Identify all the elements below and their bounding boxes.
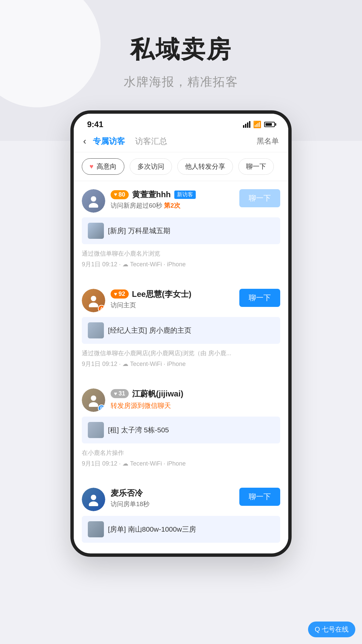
filter-multiple-visits[interactable]: 多次访问 bbox=[130, 158, 172, 175]
nav-tabs: 专属访客 访客汇总 bbox=[93, 136, 257, 147]
visit-meta: 在小鹿名片操作 9月1日 09:12 · ☁ Tecent-WiFi · iPh… bbox=[82, 447, 280, 469]
avatar bbox=[82, 189, 105, 213]
tab-summary[interactable]: 访客汇总 bbox=[135, 136, 167, 147]
tab-exclusive[interactable]: 专属访客 bbox=[93, 136, 125, 147]
nav-bar: ‹ 专属访客 访客汇总 黑名单 bbox=[74, 129, 288, 152]
wifi-icon: 📶 bbox=[253, 120, 261, 128]
property-card[interactable]: [租] 太子湾 5栋-505 bbox=[82, 417, 280, 443]
watermark: Q 七号在线 bbox=[308, 622, 355, 637]
property-thumbnail bbox=[88, 322, 104, 338]
avatar-badge-a: A bbox=[98, 305, 105, 312]
battery-icon bbox=[264, 122, 275, 127]
tab-blacklist[interactable]: 黑名单 bbox=[257, 136, 279, 146]
score-badge: ♥ 80 bbox=[111, 190, 129, 199]
visit-meta: 通过微信单聊在小鹿网店(房小鹿网店)浏览（由 房小鹿... 9月1日 09:12… bbox=[82, 348, 280, 370]
property-name: [新房] 万科星城五期 bbox=[108, 226, 170, 235]
visitor-name: 麦乐否冷 bbox=[111, 488, 143, 498]
chat-button[interactable]: 聊一下 bbox=[239, 488, 280, 506]
phone-frame: 9:41 📶 ‹ 专属访客 访客汇总 黑名单 bbox=[70, 110, 292, 557]
status-icons: 📶 bbox=[243, 120, 275, 128]
svg-point-7 bbox=[89, 501, 98, 506]
visitor-status: 访问新房超过60秒 第2次 bbox=[111, 201, 234, 210]
score-badge: ♥ 31 bbox=[111, 389, 129, 398]
visitor-info: ♥ 80 黄萱萱hhh 新访客 访问新房超过60秒 第2次 bbox=[111, 189, 234, 210]
visitor-list: ♥ 80 黄萱萱hhh 新访客 访问新房超过60秒 第2次 聊一下 bbox=[74, 181, 288, 549]
visit-meta: 通过微信单聊在小鹿名片浏览 9月1日 09:12 · ☁ Tecent-WiFi… bbox=[82, 248, 280, 270]
visitor-name-row: ♥ 80 黄萱萱hhh 新访客 bbox=[111, 189, 234, 200]
svg-point-3 bbox=[89, 303, 98, 307]
score-badge: ♥ 92 bbox=[111, 289, 129, 299]
visitor-card: B ♥ 31 江蔚帆(jijiwai) 转发房源到微信聊天 bbox=[74, 380, 288, 476]
visitor-name: 江蔚帆(jijiwai) bbox=[132, 388, 183, 399]
hero-section: 私域卖房 水牌海报，精准拓客 bbox=[0, 0, 362, 110]
svg-point-1 bbox=[89, 203, 98, 208]
property-name: [租] 太子湾 5栋-505 bbox=[108, 425, 169, 435]
visitor-name: 黄萱萱hhh bbox=[132, 189, 171, 200]
phone-wrapper: 9:41 📶 ‹ 专属访客 访客汇总 黑名单 bbox=[0, 110, 362, 557]
back-button[interactable]: ‹ bbox=[83, 136, 86, 147]
chat-button[interactable]: 聊一下 bbox=[239, 289, 280, 307]
visitor-name-row: ♥ 92 Lee思慧(李女士) bbox=[111, 289, 234, 300]
visitor-header: 麦乐否冷 访问房单18秒 聊一下 bbox=[82, 488, 280, 511]
filter-bar: ♥ 高意向 多次访问 他人转发分享 聊一下 bbox=[74, 152, 288, 181]
visitor-header: A ♥ 92 Lee思慧(李女士) 访问主页 聊一下 bbox=[82, 289, 280, 312]
phone-time: 9:41 bbox=[87, 120, 103, 129]
visitor-status: 访问主页 bbox=[111, 301, 234, 310]
heart-icon: ♥ bbox=[89, 163, 94, 170]
status-bar: 9:41 📶 bbox=[74, 114, 288, 129]
svg-point-2 bbox=[91, 296, 96, 301]
property-card[interactable]: [新房] 万科星城五期 bbox=[82, 217, 280, 244]
property-card[interactable]: [经纪人主页] 房小鹿的主页 bbox=[82, 317, 280, 344]
property-card[interactable]: [房单] 南山800w-1000w三房 bbox=[82, 516, 280, 543]
visitor-info: 麦乐否冷 访问房单18秒 bbox=[111, 488, 234, 508]
visitor-card: ♥ 80 黄萱萱hhh 新访客 访问新房超过60秒 第2次 聊一下 bbox=[74, 181, 288, 277]
visitor-header: ♥ 80 黄萱萱hhh 新访客 访问新房超过60秒 第2次 聊一下 bbox=[82, 189, 280, 213]
property-thumbnail bbox=[88, 223, 104, 239]
visitor-card: 麦乐否冷 访问房单18秒 聊一下 [房单] 南山800w-1000w三房 bbox=[74, 480, 288, 549]
hero-subtitle: 水牌海报，精准拓客 bbox=[0, 74, 362, 90]
new-visitor-badge: 新访客 bbox=[174, 191, 196, 199]
filter-high-intent[interactable]: ♥ 高意向 bbox=[82, 158, 124, 175]
property-thumbnail bbox=[88, 521, 104, 537]
property-name: [房单] 南山800w-1000w三房 bbox=[108, 525, 196, 534]
svg-point-5 bbox=[89, 402, 98, 407]
avatar: B bbox=[82, 388, 105, 412]
visitor-info: ♥ 92 Lee思慧(李女士) 访问主页 bbox=[111, 289, 234, 310]
hero-title: 私域卖房 bbox=[0, 34, 362, 66]
visitor-header: B ♥ 31 江蔚帆(jijiwai) 转发房源到微信聊天 bbox=[82, 388, 280, 412]
visitor-name: Lee思慧(李女士) bbox=[132, 289, 191, 300]
svg-point-0 bbox=[91, 196, 96, 202]
visitor-card: A ♥ 92 Lee思慧(李女士) 访问主页 聊一下 bbox=[74, 281, 288, 376]
filter-shared[interactable]: 他人转发分享 bbox=[177, 158, 233, 175]
avatar-badge-b: B bbox=[98, 405, 105, 412]
signal-icon bbox=[243, 121, 250, 128]
property-thumbnail bbox=[88, 422, 104, 438]
visitor-info: ♥ 31 江蔚帆(jijiwai) 转发房源到微信聊天 bbox=[111, 388, 280, 410]
property-name: [经纪人主页] 房小鹿的主页 bbox=[108, 326, 191, 335]
share-status: 转发房源到微信聊天 bbox=[111, 401, 280, 410]
visitor-status: 访问房单18秒 bbox=[111, 500, 234, 508]
svg-point-4 bbox=[91, 395, 96, 401]
svg-point-6 bbox=[91, 495, 96, 500]
visitor-name-row: ♥ 31 江蔚帆(jijiwai) bbox=[111, 388, 280, 399]
filter-chat[interactable]: 聊一下 bbox=[238, 158, 274, 175]
avatar bbox=[82, 488, 105, 511]
avatar: A bbox=[82, 289, 105, 312]
chat-button[interactable]: 聊一下 bbox=[239, 189, 280, 207]
visitor-name-row: 麦乐否冷 bbox=[111, 488, 234, 498]
